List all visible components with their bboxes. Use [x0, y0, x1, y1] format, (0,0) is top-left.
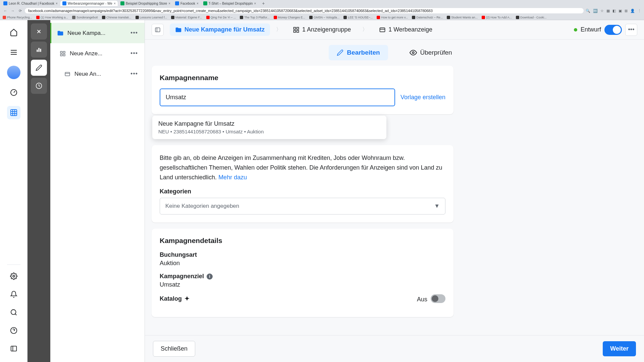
- status-dot-icon: [574, 28, 577, 32]
- bookmark[interactable]: Qing Fei De Yi – ...: [206, 16, 236, 19]
- breadcrumb-adset[interactable]: 1 Anzeigengruppe: [287, 23, 356, 36]
- goal-label: Kampagnenzieli: [160, 273, 445, 280]
- svg-rect-23: [63, 51, 65, 53]
- tab-edit[interactable]: Bearbeiten: [329, 45, 388, 60]
- home-icon[interactable]: [7, 25, 20, 39]
- status-toggle[interactable]: [604, 25, 622, 35]
- panel-toggle-icon[interactable]: [152, 24, 164, 36]
- bookmark[interactable]: Lessons Learned f...: [136, 16, 167, 19]
- close-icon[interactable]: ×: [168, 2, 170, 5]
- edit-icon[interactable]: [31, 60, 47, 76]
- browser-tab[interactable]: Leon R. Chaudhari | Facebook×: [1, 1, 60, 6]
- bookmark[interactable]: GMSN – Vologda...: [309, 16, 339, 19]
- card-title: Kampagnenname: [160, 74, 445, 82]
- svg-rect-19: [38, 48, 39, 52]
- profile-icon[interactable]: 👤: [630, 9, 635, 13]
- breadcrumb-ad[interactable]: 1 Werbeanzeige: [374, 23, 438, 36]
- bookmark[interactable]: (1) How Working a...: [36, 16, 68, 19]
- bookmarks-bar: Phone Recycling... (1) How Working a... …: [0, 15, 644, 20]
- more-icon[interactable]: •••: [128, 69, 141, 79]
- svg-point-9: [13, 275, 15, 277]
- bookmark[interactable]: Datenschutz – Re...: [412, 16, 443, 19]
- new-tab-button[interactable]: +: [261, 1, 266, 6]
- back-icon[interactable]: ←: [3, 8, 8, 13]
- svg-rect-18: [37, 50, 38, 52]
- catalog-toggle[interactable]: [431, 294, 445, 303]
- svg-rect-30: [294, 27, 296, 29]
- forward-icon[interactable]: →: [10, 8, 15, 13]
- close-button[interactable]: Schließen: [153, 341, 195, 357]
- learn-more-link[interactable]: Mehr dazu: [218, 174, 247, 181]
- ext-icon[interactable]: ⊞: [625, 9, 628, 13]
- close-icon[interactable]: ×: [114, 2, 116, 5]
- bookmark[interactable]: (2) How To Add A...: [482, 16, 512, 19]
- search-icon[interactable]: [7, 306, 20, 319]
- close-icon[interactable]: ×: [254, 2, 256, 5]
- bookmark[interactable]: How to get more v...: [377, 16, 408, 19]
- collapse-icon[interactable]: [7, 342, 20, 355]
- folder-icon: [57, 29, 64, 37]
- browser-tab[interactable]: Facebook×: [173, 1, 201, 6]
- campaign-details-card: Kampagnendetails Buchungsart Auktion Kam…: [152, 229, 453, 317]
- autocomplete-item[interactable]: Neue Kampagne für Umsatz NEU • 238514410…: [152, 116, 386, 139]
- svg-rect-22: [60, 51, 62, 53]
- gauge-icon[interactable]: [7, 86, 20, 99]
- content-scroll[interactable]: Kampagnenname Vorlage erstellen Neue Kam…: [145, 66, 644, 335]
- tree-campaign[interactable]: Neue Kampa... •••: [50, 23, 145, 43]
- close-icon[interactable]: ×: [56, 2, 58, 5]
- gear-icon[interactable]: [7, 269, 20, 283]
- help-icon[interactable]: [7, 324, 20, 337]
- tab-review[interactable]: Überprüfen: [401, 45, 460, 60]
- more-icon[interactable]: •••: [128, 28, 141, 38]
- next-button[interactable]: Weiter: [603, 341, 636, 356]
- grid-icon[interactable]: [7, 106, 20, 119]
- more-button[interactable]: •••: [625, 24, 637, 36]
- bookmark[interactable]: Money Changes E...: [274, 16, 306, 19]
- zoom-icon[interactable]: 🔍: [586, 9, 590, 13]
- bookmark[interactable]: Phone Recycling...: [3, 16, 32, 19]
- translate-icon[interactable]: 🔤: [593, 9, 598, 13]
- clock-icon[interactable]: [31, 78, 47, 94]
- ext-icon[interactable]: ▣: [619, 9, 622, 13]
- url-bar[interactable]: facebook.com/adsmanager/manage/campaigns…: [25, 8, 584, 13]
- ext-icon[interactable]: ▦: [606, 9, 610, 13]
- bookmark[interactable]: Sonderangebot!: [72, 16, 98, 19]
- status-label: Entwurf: [581, 26, 601, 33]
- browser-tab[interactable]: Beispiel Dropshipping Store×: [118, 1, 172, 6]
- tree-ad[interactable]: Neue An... •••: [50, 64, 145, 84]
- svg-rect-33: [294, 30, 296, 32]
- create-template-link[interactable]: Vorlage erstellen: [400, 94, 445, 101]
- campaign-name-input[interactable]: [160, 88, 395, 106]
- card-title: Kampagnendetails: [160, 237, 445, 245]
- ext-icon[interactable]: ◧: [612, 9, 616, 13]
- avatar[interactable]: [7, 66, 20, 79]
- bookmark[interactable]: The Top 3 Platfor...: [240, 16, 269, 19]
- close-button[interactable]: [31, 23, 47, 40]
- bookmark[interactable]: Chinese translati...: [102, 16, 131, 19]
- breadcrumb-campaign[interactable]: Neue Kampagne für Umsatz: [170, 23, 270, 36]
- bell-icon[interactable]: [7, 288, 20, 301]
- menu-icon[interactable]: [7, 46, 20, 59]
- chart-icon[interactable]: [31, 42, 47, 58]
- more-icon[interactable]: •••: [128, 49, 141, 58]
- catalog-label: Katalog ✦: [160, 295, 190, 302]
- tree-adset[interactable]: Neue Anze... •••: [50, 43, 145, 64]
- grid-icon: [59, 50, 66, 57]
- bookmark[interactable]: Download - Cooki...: [516, 16, 547, 19]
- bookmark[interactable]: Student Wants an...: [447, 16, 478, 19]
- reload-icon[interactable]: ⟳: [17, 8, 23, 13]
- menu-icon[interactable]: ⋮: [638, 9, 641, 13]
- categories-select[interactable]: Keine Kategorien angegeben ▼: [160, 198, 445, 215]
- bookmark[interactable]: LEE 'S HOUSE–...: [343, 16, 373, 19]
- svg-rect-24: [63, 54, 65, 56]
- info-icon[interactable]: i: [207, 274, 213, 280]
- star-icon[interactable]: ☆: [600, 9, 604, 13]
- browser-tab[interactable]: T-Shirt – Beispiel Dropshippin×: [201, 1, 258, 6]
- svg-rect-20: [40, 49, 41, 52]
- svg-rect-25: [60, 54, 62, 56]
- browser-tab-active[interactable]: Werbeanzeigenmanager - We×: [60, 1, 118, 6]
- goal-value: Umsatz: [160, 281, 445, 288]
- booking-type-value: Auktion: [160, 260, 445, 267]
- close-icon[interactable]: ×: [197, 2, 199, 5]
- bookmark[interactable]: Material: Eigene F...: [171, 16, 202, 19]
